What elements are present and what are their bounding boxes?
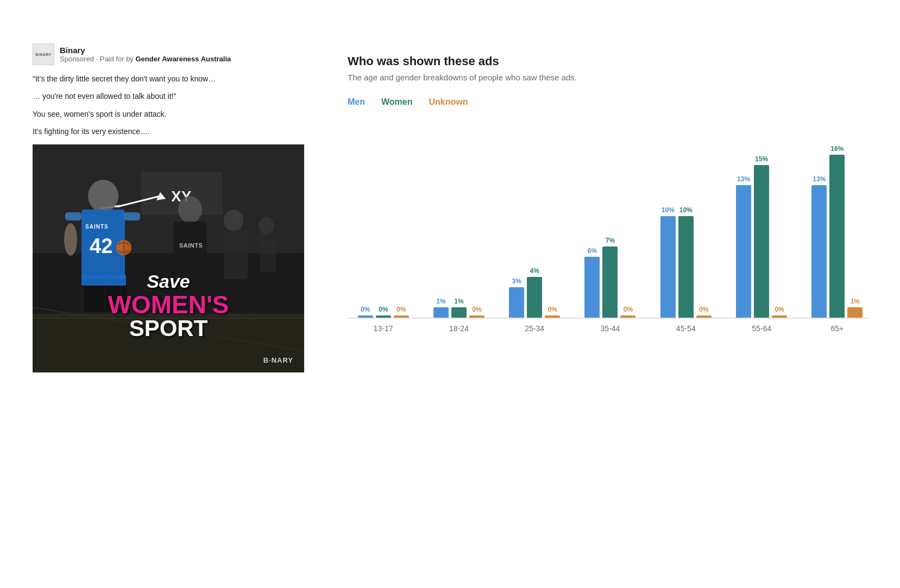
bar-group-45-54: 10%10%0% [656, 138, 716, 318]
svg-text:42: 42 [90, 235, 112, 257]
bar-unknown-2 [545, 315, 560, 318]
bar-wrapper-men-4: 10% [660, 138, 676, 318]
ad-image: XY 42 SAINTS [33, 144, 304, 372]
sport-text: SPORT [33, 317, 304, 340]
bar-wrapper-women-6: 16% [829, 138, 845, 318]
bar-women-4 [678, 216, 694, 318]
bar-wrapper-unknown-4: 0% [696, 138, 712, 318]
bar-label-unknown-2: 0% [548, 306, 557, 313]
chart-title: Who was shown these ads [348, 54, 867, 68]
bar-label-women-6: 16% [830, 145, 844, 153]
x-label-6: 65+ [807, 324, 867, 333]
bar-women-3 [602, 246, 618, 318]
bar-label-women-2: 4% [530, 267, 539, 275]
bar-men-1 [433, 307, 449, 318]
x-label-5: 55-64 [731, 324, 791, 333]
x-label-0: 13-17 [353, 324, 413, 333]
bar-wrapper-men-3: 6% [584, 138, 600, 318]
bar-wrapper-men-2: 3% [509, 138, 524, 318]
bar-label-men-6: 13% [813, 175, 826, 183]
bar-unknown-6 [847, 307, 863, 318]
ad-panel: BINARY Binary Sponsored · Paid for by Ge… [33, 43, 304, 372]
bar-label-women-4: 10% [679, 206, 693, 214]
ad-text-line-2: … you're not even allowed to talk about … [33, 90, 304, 102]
bar-group-bars-1: 1%1%0% [433, 138, 484, 318]
bar-wrapper-men-1: 1% [433, 138, 449, 318]
bar-wrapper-women-2: 4% [527, 138, 542, 318]
womens-text: WOMEN'S [33, 292, 304, 317]
bar-wrapper-men-6: 13% [811, 138, 827, 318]
bar-unknown-3 [620, 315, 635, 318]
bar-group-bars-0: 0%0%0% [358, 138, 409, 318]
bar-label-unknown-1: 0% [472, 306, 481, 313]
ad-logo: BINARY [33, 43, 54, 65]
bar-group-18-24: 1%1%0% [429, 138, 489, 318]
x-label-4: 45-54 [656, 324, 716, 333]
bar-women-0 [376, 315, 391, 318]
bar-women-1 [451, 307, 467, 318]
chart-legend: Men Women Unknown [348, 97, 867, 107]
svg-point-24 [224, 210, 243, 231]
bar-group-bars-6: 13%16%1% [811, 138, 863, 318]
ad-text-line-4: It's fighting for its very existence…. [33, 125, 304, 137]
bar-women-5 [754, 165, 769, 318]
bar-label-men-5: 13% [737, 175, 750, 183]
bar-unknown-0 [394, 315, 409, 318]
ad-header: BINARY Binary Sponsored · Paid for by Ge… [33, 43, 304, 65]
bar-group-55-64: 13%15%0% [731, 138, 791, 318]
svg-rect-15 [124, 212, 140, 220]
bar-label-men-2: 3% [512, 277, 521, 285]
chart-panel: Who was shown these ads The age and gend… [348, 43, 867, 351]
x-label-3: 35-44 [580, 324, 640, 333]
bar-unknown-5 [772, 315, 787, 318]
bar-group-bars-2: 3%4%0% [509, 138, 560, 318]
bar-unknown-4 [696, 315, 712, 318]
bar-label-women-5: 15% [755, 155, 768, 163]
bar-wrapper-unknown-0: 0% [394, 138, 409, 318]
svg-point-28 [64, 223, 77, 256]
bar-wrapper-women-1: 1% [451, 138, 467, 318]
legend-unknown[interactable]: Unknown [429, 97, 468, 107]
x-axis-labels: 13-1718-2425-3435-4445-5455-6465+ [348, 324, 867, 333]
legend-women[interactable]: Women [381, 97, 412, 107]
bar-wrapper-unknown-6: 1% [847, 138, 863, 318]
bar-wrapper-women-0: 0% [376, 138, 391, 318]
chart-subtitle: The age and gender breakdowns of people … [348, 73, 867, 82]
bar-men-2 [509, 287, 524, 318]
legend-men[interactable]: Men [348, 97, 365, 107]
svg-rect-27 [260, 234, 276, 272]
bar-label-men-4: 10% [662, 206, 675, 214]
ad-title: Binary [60, 46, 231, 55]
ad-title-block: Binary Sponsored · Paid for by Gender Aw… [60, 46, 231, 63]
ad-bottom-text: Save WOMEN'S SPORT [33, 271, 304, 340]
ad-sponsored-org: Gender Awareness Australia [135, 55, 231, 63]
bar-wrapper-women-5: 15% [754, 138, 769, 318]
bar-group-25-34: 3%4%0% [505, 138, 565, 318]
ad-sponsored: Sponsored · Paid for by Gender Awareness… [60, 55, 231, 63]
bar-label-men-0: 0% [361, 306, 370, 313]
bar-label-unknown-4: 0% [699, 306, 708, 313]
bar-wrapper-unknown-2: 0% [545, 138, 560, 318]
bar-group-bars-4: 10%10%0% [660, 138, 712, 318]
bar-label-unknown-0: 0% [396, 306, 406, 313]
ad-text: "It's the dirty little secret they don't… [33, 73, 304, 138]
bar-wrapper-unknown-3: 0% [620, 138, 635, 318]
bar-label-unknown-6: 1% [851, 298, 860, 305]
svg-rect-14 [65, 212, 81, 220]
bar-men-6 [811, 185, 827, 318]
bar-group-13-17: 0%0%0% [353, 138, 413, 318]
bar-wrapper-unknown-1: 0% [469, 138, 484, 318]
bar-label-men-1: 1% [436, 298, 445, 305]
bar-group-35-44: 6%7%0% [580, 138, 640, 318]
bar-wrapper-men-5: 13% [736, 138, 751, 318]
bar-women-2 [527, 277, 542, 318]
bar-men-0 [358, 315, 373, 318]
bar-label-women-3: 7% [606, 237, 615, 244]
svg-point-10 [88, 180, 118, 212]
x-label-1: 18-24 [429, 324, 489, 333]
bar-group-bars-5: 13%15%0% [736, 138, 787, 318]
x-label-2: 25-34 [505, 324, 565, 333]
bars-container: 0%0%0%1%1%0%3%4%0%6%7%0%10%10%0%13%15%0%… [348, 123, 867, 319]
svg-point-19 [178, 196, 202, 223]
binary-watermark: B·NARY [263, 356, 293, 364]
